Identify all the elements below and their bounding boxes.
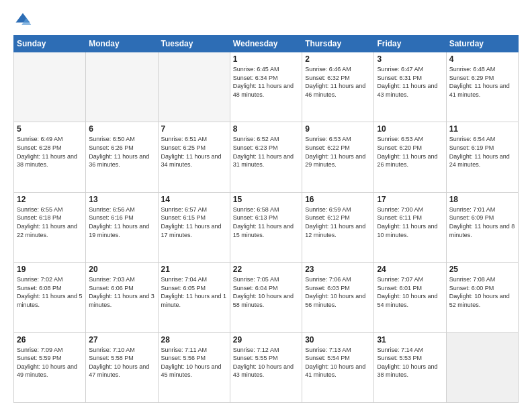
day-number: 1 xyxy=(233,54,299,64)
week-row-5: 26Sunrise: 7:09 AM Sunset: 5:59 PM Dayli… xyxy=(14,332,519,402)
calendar-cell: 17Sunrise: 7:00 AM Sunset: 6:11 PM Dayli… xyxy=(374,192,446,262)
calendar-cell: 15Sunrise: 6:58 AM Sunset: 6:13 PM Dayli… xyxy=(230,192,302,262)
calendar-cell: 26Sunrise: 7:09 AM Sunset: 5:59 PM Dayli… xyxy=(14,332,86,402)
weekday-header-saturday: Saturday xyxy=(446,36,518,52)
day-info: Sunrise: 6:58 AM Sunset: 6:13 PM Dayligh… xyxy=(233,205,299,239)
page: SundayMondayTuesdayWednesdayThursdayFrid… xyxy=(0,0,532,411)
calendar-table: SundayMondayTuesdayWednesdayThursdayFrid… xyxy=(13,35,519,403)
day-number: 20 xyxy=(89,265,154,274)
calendar-cell: 1Sunrise: 6:45 AM Sunset: 6:34 PM Daylig… xyxy=(230,52,302,122)
day-info: Sunrise: 7:09 AM Sunset: 5:59 PM Dayligh… xyxy=(17,346,83,379)
weekday-header-wednesday: Wednesday xyxy=(230,36,302,52)
day-number: 27 xyxy=(89,335,154,345)
calendar-cell: 5Sunrise: 6:49 AM Sunset: 6:28 PM Daylig… xyxy=(14,122,86,192)
day-number: 14 xyxy=(161,195,227,204)
day-info: Sunrise: 7:00 AM Sunset: 6:11 PM Dayligh… xyxy=(377,205,443,239)
day-number: 23 xyxy=(305,265,371,274)
day-number: 13 xyxy=(89,195,154,204)
calendar-cell: 21Sunrise: 7:04 AM Sunset: 6:05 PM Dayli… xyxy=(158,263,230,332)
calendar-cell: 2Sunrise: 6:46 AM Sunset: 6:32 PM Daylig… xyxy=(302,52,374,122)
day-info: Sunrise: 7:03 AM Sunset: 6:06 PM Dayligh… xyxy=(89,275,154,309)
day-info: Sunrise: 6:48 AM Sunset: 6:29 PM Dayligh… xyxy=(449,65,515,99)
day-info: Sunrise: 7:04 AM Sunset: 6:05 PM Dayligh… xyxy=(161,275,227,309)
weekday-header-thursday: Thursday xyxy=(302,36,374,52)
calendar-cell: 31Sunrise: 7:14 AM Sunset: 5:53 PM Dayli… xyxy=(374,332,446,402)
day-number: 25 xyxy=(449,265,515,274)
day-info: Sunrise: 7:01 AM Sunset: 6:09 PM Dayligh… xyxy=(449,205,515,239)
day-number: 3 xyxy=(377,54,443,64)
day-info: Sunrise: 6:57 AM Sunset: 6:15 PM Dayligh… xyxy=(161,205,227,239)
day-info: Sunrise: 6:54 AM Sunset: 6:19 PM Dayligh… xyxy=(449,135,515,169)
day-info: Sunrise: 7:11 AM Sunset: 5:56 PM Dayligh… xyxy=(161,346,227,379)
day-info: Sunrise: 7:02 AM Sunset: 6:08 PM Dayligh… xyxy=(17,275,83,309)
day-number: 7 xyxy=(161,124,227,134)
day-number: 31 xyxy=(377,335,443,345)
calendar-cell: 7Sunrise: 6:51 AM Sunset: 6:25 PM Daylig… xyxy=(158,122,230,192)
calendar-cell: 3Sunrise: 6:47 AM Sunset: 6:31 PM Daylig… xyxy=(374,52,446,122)
calendar-cell xyxy=(86,52,158,122)
calendar-cell xyxy=(14,52,86,122)
week-row-1: 1Sunrise: 6:45 AM Sunset: 6:34 PM Daylig… xyxy=(14,52,519,122)
weekday-header-tuesday: Tuesday xyxy=(158,36,230,52)
day-number: 21 xyxy=(161,265,227,274)
day-info: Sunrise: 7:12 AM Sunset: 5:55 PM Dayligh… xyxy=(233,346,299,379)
calendar-cell: 4Sunrise: 6:48 AM Sunset: 6:29 PM Daylig… xyxy=(446,52,518,122)
day-number: 15 xyxy=(233,195,299,204)
day-info: Sunrise: 6:47 AM Sunset: 6:31 PM Dayligh… xyxy=(377,65,443,99)
calendar-cell: 16Sunrise: 6:59 AM Sunset: 6:12 PM Dayli… xyxy=(302,192,374,262)
calendar-cell: 29Sunrise: 7:12 AM Sunset: 5:55 PM Dayli… xyxy=(230,332,302,402)
day-number: 18 xyxy=(449,195,515,204)
calendar-cell xyxy=(446,332,518,402)
day-info: Sunrise: 6:52 AM Sunset: 6:23 PM Dayligh… xyxy=(233,135,299,169)
day-number: 2 xyxy=(305,54,371,64)
day-info: Sunrise: 6:46 AM Sunset: 6:32 PM Dayligh… xyxy=(305,65,371,99)
calendar-cell: 9Sunrise: 6:53 AM Sunset: 6:22 PM Daylig… xyxy=(302,122,374,192)
logo-icon xyxy=(13,11,32,30)
week-row-4: 19Sunrise: 7:02 AM Sunset: 6:08 PM Dayli… xyxy=(14,263,519,332)
day-number: 26 xyxy=(17,335,83,345)
day-info: Sunrise: 6:45 AM Sunset: 6:34 PM Dayligh… xyxy=(233,65,299,99)
day-info: Sunrise: 7:05 AM Sunset: 6:04 PM Dayligh… xyxy=(233,275,299,309)
weekday-header-monday: Monday xyxy=(86,36,158,52)
day-number: 9 xyxy=(305,124,371,134)
calendar-cell: 24Sunrise: 7:07 AM Sunset: 6:01 PM Dayli… xyxy=(374,263,446,332)
calendar-cell: 23Sunrise: 7:06 AM Sunset: 6:03 PM Dayli… xyxy=(302,263,374,332)
day-info: Sunrise: 7:10 AM Sunset: 5:58 PM Dayligh… xyxy=(89,346,154,379)
day-number: 17 xyxy=(377,195,443,204)
day-number: 8 xyxy=(233,124,299,134)
day-number: 28 xyxy=(161,335,227,345)
day-number: 19 xyxy=(17,265,83,274)
calendar-cell: 19Sunrise: 7:02 AM Sunset: 6:08 PM Dayli… xyxy=(14,263,86,332)
calendar-cell: 13Sunrise: 6:56 AM Sunset: 6:16 PM Dayli… xyxy=(86,192,158,262)
logo xyxy=(13,11,35,30)
calendar-cell: 27Sunrise: 7:10 AM Sunset: 5:58 PM Dayli… xyxy=(86,332,158,402)
day-number: 5 xyxy=(17,124,83,134)
calendar-cell: 10Sunrise: 6:53 AM Sunset: 6:20 PM Dayli… xyxy=(374,122,446,192)
calendar-cell: 8Sunrise: 6:52 AM Sunset: 6:23 PM Daylig… xyxy=(230,122,302,192)
calendar-cell: 20Sunrise: 7:03 AM Sunset: 6:06 PM Dayli… xyxy=(86,263,158,332)
day-info: Sunrise: 6:59 AM Sunset: 6:12 PM Dayligh… xyxy=(305,205,371,239)
week-row-3: 12Sunrise: 6:55 AM Sunset: 6:18 PM Dayli… xyxy=(14,192,519,262)
day-info: Sunrise: 6:49 AM Sunset: 6:28 PM Dayligh… xyxy=(17,135,83,169)
weekday-header-row: SundayMondayTuesdayWednesdayThursdayFrid… xyxy=(14,36,519,52)
day-number: 16 xyxy=(305,195,371,204)
day-number: 4 xyxy=(449,54,515,64)
calendar-cell: 22Sunrise: 7:05 AM Sunset: 6:04 PM Dayli… xyxy=(230,263,302,332)
week-row-2: 5Sunrise: 6:49 AM Sunset: 6:28 PM Daylig… xyxy=(14,122,519,192)
calendar-cell: 18Sunrise: 7:01 AM Sunset: 6:09 PM Dayli… xyxy=(446,192,518,262)
day-number: 11 xyxy=(449,124,515,134)
day-info: Sunrise: 7:14 AM Sunset: 5:53 PM Dayligh… xyxy=(377,346,443,379)
day-info: Sunrise: 6:53 AM Sunset: 6:20 PM Dayligh… xyxy=(377,135,443,169)
day-info: Sunrise: 6:50 AM Sunset: 6:26 PM Dayligh… xyxy=(89,135,154,169)
day-number: 10 xyxy=(377,124,443,134)
day-number: 24 xyxy=(377,265,443,274)
day-info: Sunrise: 7:08 AM Sunset: 6:00 PM Dayligh… xyxy=(449,275,515,309)
day-number: 22 xyxy=(233,265,299,274)
day-info: Sunrise: 6:51 AM Sunset: 6:25 PM Dayligh… xyxy=(161,135,227,169)
day-info: Sunrise: 6:56 AM Sunset: 6:16 PM Dayligh… xyxy=(89,205,154,239)
day-info: Sunrise: 7:06 AM Sunset: 6:03 PM Dayligh… xyxy=(305,275,371,309)
calendar-cell: 12Sunrise: 6:55 AM Sunset: 6:18 PM Dayli… xyxy=(14,192,86,262)
day-number: 12 xyxy=(17,195,83,204)
calendar-cell: 30Sunrise: 7:13 AM Sunset: 5:54 PM Dayli… xyxy=(302,332,374,402)
day-number: 30 xyxy=(305,335,371,345)
